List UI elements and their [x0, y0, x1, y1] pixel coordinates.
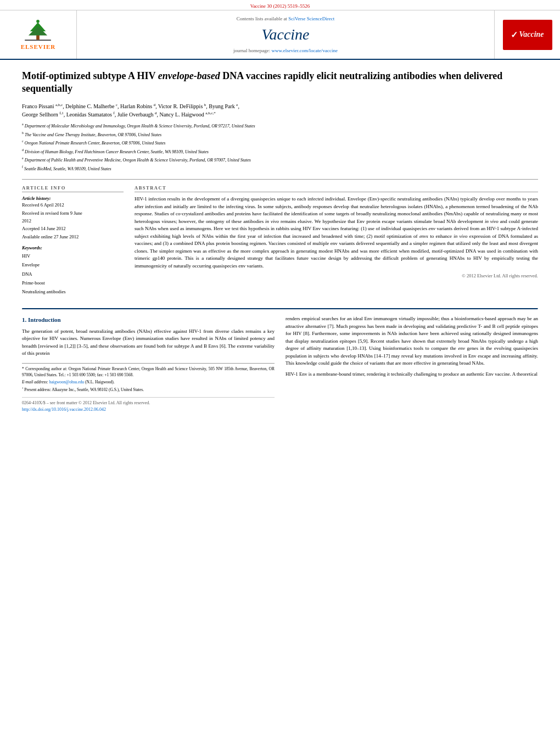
body-col-left: 1. Introduction The generation of potent… — [22, 315, 275, 413]
abstract-label: ABSTRACT — [135, 185, 538, 192]
footer-copyright: 0264-410X/$ – see front matter © 2012 El… — [22, 400, 275, 406]
date-revised: Received in revised form 9 June 2012 — [22, 209, 124, 225]
footnote-email: E-mail address: haigwoon@ohsu.edu (N.L. … — [22, 379, 275, 385]
keywords-block: Keywords: HIV Envelope DNA Prime-boost N… — [22, 245, 124, 296]
page: Vaccine 30 (2012) 5519–5526 ELSEVIER — [0, 0, 560, 423]
sciverse-prefix: Contents lists available at — [237, 16, 287, 21]
keywords-label: Keywords: — [22, 245, 124, 250]
footnote-2: 1 Present address: Alkazyne Inc., Seattl… — [22, 386, 275, 393]
article-title: Motif-optimized subtype A HIV envelope-b… — [22, 70, 538, 96]
article-history-label: Article history: — [22, 196, 124, 201]
affiliations: a Department of Molecular Microbiology a… — [22, 122, 538, 172]
homepage-link[interactable]: www.elsevier.com/locate/vaccine — [272, 48, 338, 53]
keyword-dna: DNA — [22, 270, 124, 278]
footnotes-section: * Corresponding author at: Oregon Nation… — [22, 363, 275, 393]
doi-strip: Vaccine 30 (2012) 5519–5526 — [0, 0, 560, 10]
journal-title: Vaccine — [261, 26, 309, 43]
article-content: Motif-optimized subtype A HIV envelope-b… — [0, 60, 560, 423]
vaccine-logo: Vaccine — [503, 20, 552, 50]
body-para-3: HIV-1 Env is a membrane-bound trimer, re… — [285, 371, 538, 378]
svg-point-4 — [37, 20, 40, 23]
abstract-text: HIV-1 infection results in the developme… — [135, 196, 538, 270]
body-para-1: The generation of potent, broad neutrali… — [22, 328, 275, 358]
doi-text: Vaccine 30 (2012) 5519–5526 — [250, 3, 310, 9]
page-footer: 0264-410X/$ – see front matter © 2012 El… — [22, 397, 275, 413]
keyword-prime-boost: Prime-boost — [22, 278, 124, 287]
article-dates: Received 6 April 2012 Received in revise… — [22, 201, 124, 241]
keyword-envelope: Envelope — [22, 260, 124, 269]
title-italic: envelope-based — [158, 70, 220, 81]
elsevier-logo-area: ELSEVIER — [0, 10, 77, 59]
sciverse-link[interactable]: SciVerse ScienceDirect — [288, 16, 334, 21]
svg-rect-0 — [25, 40, 52, 41]
abstract-paragraph-1: HIV-1 infection results in the developme… — [135, 196, 538, 270]
footnote-1: * Corresponding author at: Oregon Nation… — [22, 366, 275, 378]
keyword-nab: Neutralizing antibodies — [22, 287, 124, 296]
journal-header: ELSEVIER Contents lists available at Sci… — [0, 10, 560, 60]
body-col-right: renders empirical searches for an ideal … — [285, 315, 538, 413]
email-link[interactable]: haigwoon@ohsu.edu — [49, 380, 84, 384]
article-history-block: Article history: Received 6 April 2012 R… — [22, 196, 124, 241]
journal-homepage: journal homepage: www.elsevier.com/locat… — [233, 48, 338, 53]
vaccine-logo-area: Vaccine — [494, 10, 560, 59]
copyright-line: © 2012 Elsevier Ltd. All rights reserved… — [135, 273, 538, 278]
footer-doi-link[interactable]: http://dx.doi.org/10.1016/j.vaccine.2012… — [22, 407, 106, 412]
article-info-label: ARTICLE INFO — [22, 185, 124, 192]
section-divider — [22, 308, 538, 310]
footer-doi: http://dx.doi.org/10.1016/j.vaccine.2012… — [22, 406, 275, 413]
info-abstract-section: ARTICLE INFO Article history: Received 6… — [22, 185, 538, 300]
body-section: 1. Introduction The generation of potent… — [22, 315, 538, 413]
vaccine-logo-text: Vaccine — [519, 30, 544, 39]
elsevier-tree-icon — [21, 20, 54, 42]
section1-heading: 1. Introduction — [22, 315, 275, 325]
sciverse-line: Contents lists available at SciVerse Sci… — [237, 16, 335, 21]
divider-1 — [22, 179, 538, 180]
homepage-label: journal homepage: — [233, 48, 270, 53]
date-received: Received 6 April 2012 — [22, 201, 124, 209]
journal-info: Contents lists available at SciVerse Sci… — [77, 10, 494, 59]
article-info-column: ARTICLE INFO Article history: Received 6… — [22, 185, 124, 300]
elsevier-text: ELSEVIER — [21, 43, 56, 50]
keywords-list: HIV Envelope DNA Prime-boost Neutralizin… — [22, 252, 124, 296]
abstract-column: ABSTRACT HIV-1 infection results in the … — [135, 185, 538, 300]
body-para-2: renders empirical searches for an ideal … — [285, 315, 538, 367]
date-accepted: Accepted 14 June 2012 — [22, 225, 124, 232]
keyword-hiv: HIV — [22, 252, 124, 260]
authors: Franco Pissani a,b,c, Delphine C. Malher… — [22, 102, 538, 119]
date-online: Available online 27 June 2012 — [22, 233, 124, 241]
elsevier-logo: ELSEVIER — [21, 20, 56, 50]
